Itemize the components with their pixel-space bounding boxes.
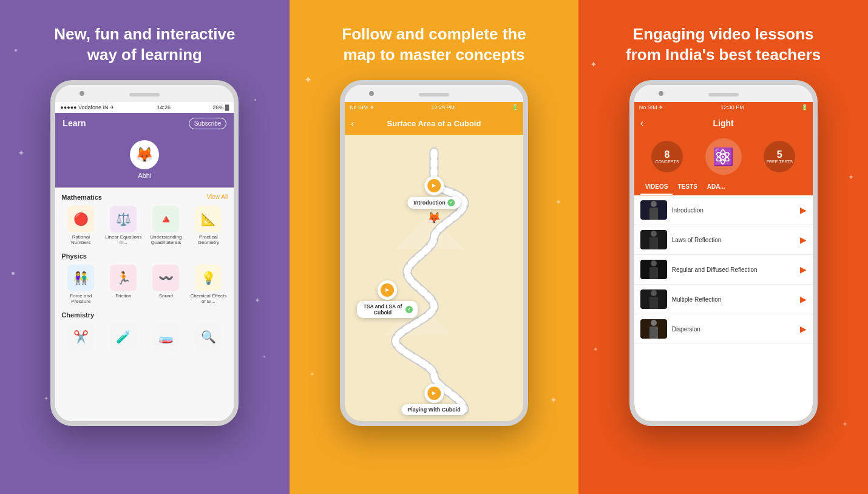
friction-label: Friction: [115, 293, 131, 299]
phone-3-carrier: No SIM ✈: [639, 104, 664, 110]
panel-video-lessons: ✦ ✦ ✦ ✦ Engaging video lessonsfrom India…: [578, 0, 868, 494]
concepts-circle: 8 CONCEPTS: [651, 141, 683, 172]
rational-numbers-icon: 🔴: [67, 206, 94, 232]
video-item-regular[interactable]: Regular and Diffused Reflection ▶: [634, 255, 813, 285]
subject-force-pressure[interactable]: 👫 Force and Pressure: [61, 265, 100, 304]
play-node-inner[interactable]: ▶: [427, 179, 441, 192]
play-arrow-multiple[interactable]: ▶: [800, 294, 807, 304]
tests-count: 5: [777, 150, 782, 160]
panel-2-heading: Follow and complete themap to master con…: [342, 24, 526, 66]
phone-1-battery: 26% ▓: [212, 104, 229, 110]
sound-icon: 〰️: [152, 265, 179, 291]
chemistry-label: Chemistry: [61, 311, 94, 319]
subject-rational-numbers[interactable]: 🔴 Rational Numbers: [61, 206, 100, 245]
back-button[interactable]: ‹: [351, 118, 354, 129]
video-thumb-introduction: [640, 200, 667, 220]
video-item-dispersion[interactable]: Dispersion ▶: [634, 314, 813, 344]
phone-2-nav-bar: ‹ Surface Area of a Cuboid: [345, 113, 523, 135]
video-title-laws: Laws of Reflection: [672, 236, 795, 244]
phone-3-title: Light: [713, 118, 734, 128]
playing-cuboid-text: Playing With Cuboid: [407, 407, 460, 413]
video-item-introduction[interactable]: Introduction ▶: [634, 195, 813, 225]
subscribe-button[interactable]: Subscribe: [189, 118, 226, 129]
phone-1-status-bar: ●●●●● Vodafone IN ✈ 14:26 26% ▓: [55, 102, 234, 113]
phone-1-carrier: ●●●●● Vodafone IN ✈: [60, 104, 115, 110]
tab-tests[interactable]: TESTS: [673, 180, 702, 195]
subject-practical-geometry[interactable]: 📐 Practical Geometry: [189, 206, 228, 245]
chem-1-icon: ✂️: [67, 323, 94, 350]
play-arrow-introduction[interactable]: ▶: [800, 205, 807, 215]
quadrilaterals-label: Understanding Quadrilaterals: [146, 234, 185, 245]
subject-chem-2[interactable]: 🧪: [104, 323, 143, 352]
introduction-text: Introduction: [413, 200, 446, 206]
subject-sound[interactable]: 〰️ Sound: [146, 265, 185, 304]
phone-3-back-button[interactable]: ‹: [640, 118, 643, 129]
play-arrow-regular[interactable]: ▶: [800, 265, 807, 274]
phone-2-carrier: No SIM ✈: [350, 104, 375, 110]
video-title-introduction: Introduction: [672, 206, 795, 214]
play-arrow-dispersion[interactable]: ▶: [800, 324, 807, 334]
mathematics-section-header: Mathematics View All: [61, 194, 228, 201]
phone-1-content: Learn Subscribe 🦊 Abhi Mathematics View …: [55, 113, 234, 421]
subject-chemical-effects[interactable]: 💡 Chemical Effects of El...: [189, 265, 228, 304]
panel-3-heading: Engaging video lessonsfrom India's best …: [626, 24, 821, 66]
chemistry-section-header: Chemistry: [61, 311, 228, 319]
force-pressure-label: Force and Pressure: [61, 293, 100, 304]
phone-1-body: Mathematics View All 🔴 Rational Numbers …: [55, 188, 234, 421]
subject-chem-3[interactable]: 🧫: [146, 323, 185, 352]
play-button-row: ▶: [424, 176, 444, 195]
linear-equations-icon: ⚖️: [110, 206, 137, 232]
subject-chem-1[interactable]: ✂️: [61, 323, 100, 352]
chem-2-icon: 🧪: [110, 323, 137, 350]
subject-icon-center: ⚛️: [705, 138, 742, 175]
playing-cuboid-label[interactable]: Playing With Cuboid: [401, 404, 466, 415]
phone-3-time: 12:30 PM: [721, 104, 744, 110]
tab-videos[interactable]: VIDEOS: [640, 180, 673, 195]
tsa-play-outer: ▶: [378, 280, 397, 300]
phone-1-mockup: ●●●●● Vodafone IN ✈ 14:26 26% ▓ Learn Su…: [50, 80, 239, 426]
tsa-check: ✓: [405, 306, 413, 313]
phone-2-mockup: No SIM ✈ 12:29 PM 🔋 ‹ Surface Area of a …: [340, 80, 528, 426]
playing-play-row: ▶: [424, 384, 444, 403]
concepts-count: 8: [665, 150, 670, 160]
tsa-lsa-node-group: ▶ TSA and LSA of Cuboid ✓: [357, 280, 418, 318]
video-thumb-laws: [640, 230, 667, 249]
introduction-label[interactable]: Introduction ✓: [407, 197, 461, 209]
play-arrow-laws[interactable]: ▶: [800, 235, 807, 245]
tsa-play-inner[interactable]: ▶: [381, 283, 394, 297]
physics-subject-grid: 👫 Force and Pressure 🏃 Friction 〰️ Sound…: [61, 265, 228, 304]
playing-play-outer: ▶: [424, 384, 444, 403]
chem-3-icon: 🧫: [152, 323, 179, 350]
tsa-lsa-label[interactable]: TSA and LSA of Cuboid ✓: [357, 301, 418, 318]
math-subject-grid: 🔴 Rational Numbers ⚖️ Linear Equations i…: [61, 206, 228, 245]
phone-1-avatar-section: 🦊 Abhi: [55, 134, 234, 188]
chemical-effects-icon: 💡: [195, 265, 222, 291]
play-node-outer: ▶: [424, 176, 444, 195]
panel-1-heading: New, fun and interactive way of learning: [54, 24, 235, 66]
view-all-math[interactable]: View All: [206, 194, 228, 200]
playing-play-inner[interactable]: ▶: [427, 387, 441, 400]
phone-3-camera: [659, 91, 663, 96]
panel-interactive-learning: ✦ ✦ ✦ New, fun and interactive way of le…: [0, 0, 290, 494]
phone-2-status-bar: No SIM ✈ 12:29 PM 🔋: [345, 102, 523, 113]
phone-3-speaker: [708, 93, 739, 96]
subject-friction[interactable]: 🏃 Friction: [104, 265, 143, 304]
tests-label: FREE TESTS: [767, 160, 793, 164]
phone-2-content: ‹ Surface Area of a Cuboid: [345, 113, 523, 421]
fox-mascot: 🦊: [427, 211, 441, 225]
subject-quadrilaterals[interactable]: 🔺 Understanding Quadrilaterals: [146, 206, 185, 245]
chemistry-subject-grid: ✂️ 🧪 🧫 🔍: [61, 323, 228, 352]
video-item-multiple[interactable]: Multiple Reflection ▶: [634, 285, 813, 314]
introduction-check: ✓: [447, 199, 455, 206]
phone-1-time: 14:26: [157, 104, 171, 110]
quadrilaterals-icon: 🔺: [152, 206, 179, 232]
subject-chem-4[interactable]: 🔍: [189, 323, 228, 352]
tab-ada[interactable]: ADA...: [702, 180, 730, 195]
video-item-laws[interactable]: Laws of Reflection ▶: [634, 225, 813, 255]
subject-linear-equations[interactable]: ⚖️ Linear Equations in...: [104, 206, 143, 245]
user-avatar: 🦊: [130, 140, 159, 169]
phone-2-battery: 🔋: [512, 104, 518, 110]
video-title-regular: Regular and Diffused Reflection: [672, 266, 795, 274]
phone-3-content: ‹ Light 8 CONCEPTS ⚛️ 5 FREE TESTS VIDEO…: [634, 113, 813, 421]
username-label: Abhi: [138, 172, 151, 179]
